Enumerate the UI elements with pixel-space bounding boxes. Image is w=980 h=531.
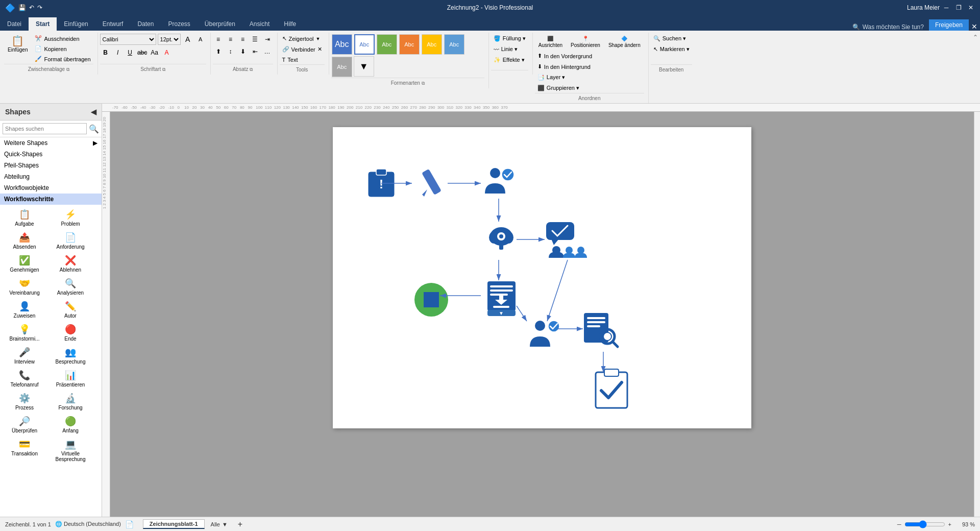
- shape-item-interview[interactable]: 🎤 Interview: [2, 345, 47, 367]
- strikethrough-button[interactable]: abc: [137, 47, 148, 58]
- shape-thumb-7[interactable]: Abc: [332, 57, 352, 77]
- tab-ansicht[interactable]: Ansicht: [242, 17, 277, 31]
- tab-daten[interactable]: Daten: [130, 17, 161, 31]
- share-button[interactable]: Freigeben: [929, 19, 969, 31]
- text-tool-button[interactable]: T Text: [280, 55, 301, 64]
- tab-datei[interactable]: Datei: [0, 17, 29, 31]
- shape-item-praesentieren[interactable]: 📊 Präsentieren: [48, 368, 93, 390]
- tab-entwurf[interactable]: Entwurf: [95, 17, 131, 31]
- shape-item-genehmigen[interactable]: ✅ Genehmigen: [2, 253, 47, 275]
- shape-pencil[interactable]: [414, 165, 450, 201]
- align-left-btn[interactable]: ≡: [213, 34, 224, 45]
- subscript-button[interactable]: Aa: [149, 47, 160, 58]
- quick-access-redo[interactable]: ↷: [37, 4, 42, 11]
- shapes-search-input[interactable]: [3, 123, 87, 134]
- ribbon-search-placeholder[interactable]: Was möchten Sie tun?: [863, 23, 924, 31]
- shape-checklist[interactable]: [592, 367, 630, 411]
- shape-item-problem[interactable]: ⚡ Problem: [48, 207, 93, 229]
- line-button[interactable]: 〰 Linie ▾: [491, 44, 520, 54]
- paste-button[interactable]: 📋 Einfügen: [4, 34, 31, 55]
- list-btn[interactable]: ☰: [250, 34, 261, 45]
- align-center-btn[interactable]: ≡: [225, 34, 236, 45]
- font-decrease-btn[interactable]: A: [195, 34, 206, 45]
- section-workflowschritte[interactable]: Workflowschritte: [0, 194, 102, 205]
- align-right-btn[interactable]: ≡: [237, 34, 249, 45]
- shape-doc-search[interactable]: [582, 311, 620, 349]
- bold-button[interactable]: B: [100, 47, 111, 58]
- font-increase-btn[interactable]: A: [182, 34, 193, 45]
- shapes-search-icon[interactable]: 🔍: [89, 124, 99, 134]
- shape-team-check[interactable]: [545, 221, 593, 259]
- quick-access-undo[interactable]: ↶: [29, 4, 34, 11]
- tab-hilfe[interactable]: Hilfe: [277, 17, 303, 31]
- shape-item-aufgabe[interactable]: 📋 Aufgabe: [2, 207, 47, 229]
- format-paint-button[interactable]: 🖌️ Format übertragen: [32, 54, 93, 64]
- section-workflowobjekte[interactable]: Workflowobjekte: [0, 182, 102, 194]
- font-family-selector[interactable]: Calibri: [100, 34, 156, 45]
- section-weitere-shapes[interactable]: Weitere Shapes ▶: [0, 137, 102, 149]
- indent-more-btn[interactable]: ⇥: [262, 34, 273, 45]
- bring-front-button[interactable]: ⬆ In den Vordergrund: [535, 51, 595, 61]
- align-top-btn[interactable]: ⬆: [213, 46, 224, 57]
- quick-access-save[interactable]: 💾: [18, 4, 26, 11]
- right-scrollbar[interactable]: [974, 112, 980, 517]
- tab-prozess[interactable]: Prozess: [161, 17, 197, 31]
- shape-thumb-5[interactable]: Abc: [422, 34, 442, 55]
- shape-item-absenden[interactable]: 📤 Absenden: [2, 230, 47, 252]
- shape-brain[interactable]: [483, 221, 519, 256]
- cut-button[interactable]: ✂️ Ausschneiden: [32, 34, 93, 43]
- drawing-canvas[interactable]: !: [333, 127, 751, 428]
- sheet-tab-1[interactable]: Zeichnungsblatt-1: [143, 519, 205, 529]
- shape-item-virtuelle-besprechung[interactable]: 💻 Virtuelle Besprechung: [48, 437, 93, 464]
- section-quick-shapes[interactable]: Quick-Shapes: [0, 149, 102, 160]
- shape-change-button[interactable]: 🔷 Shape ändern: [605, 34, 644, 50]
- shape-item-besprechung[interactable]: 👥 Besprechung: [48, 345, 93, 367]
- group-button[interactable]: ⬛ Gruppieren ▾: [535, 83, 582, 93]
- italic-button[interactable]: I: [112, 47, 124, 58]
- shape-person-check[interactable]: [480, 163, 518, 201]
- indent-less-btn[interactable]: ⇤: [250, 46, 261, 57]
- shape-clipboard[interactable]: !: [363, 165, 399, 201]
- connector-tool-button[interactable]: 🔗 Verbinder ✕: [280, 44, 325, 54]
- add-sheet-btn[interactable]: +: [234, 519, 247, 530]
- send-back-button[interactable]: ⬇ In den Hintergrund: [535, 62, 593, 71]
- search-button[interactable]: 🔍 Suchen ▾: [651, 34, 689, 43]
- shape-document[interactable]: ▼: [483, 279, 519, 318]
- zoom-slider[interactable]: [904, 520, 945, 528]
- zoom-in-btn[interactable]: +: [948, 521, 951, 527]
- shape-item-ende[interactable]: 🔴 Ende: [48, 322, 93, 344]
- tab-start[interactable]: Start: [29, 17, 57, 31]
- shape-item-forschung[interactable]: 🔬 Forschung: [48, 391, 93, 413]
- shape-person-check2[interactable]: [526, 319, 564, 352]
- pointer-tool-button[interactable]: ↖ Zeigertool ▼: [280, 34, 323, 43]
- shape-item-transaktion[interactable]: 💳 Transaktion: [2, 437, 47, 464]
- all-sheets-btn[interactable]: Alle ▼: [207, 520, 232, 528]
- canvas-container[interactable]: !: [110, 112, 974, 517]
- position-button[interactable]: 📍 Positionieren: [567, 34, 604, 50]
- layer-button[interactable]: 📑 Layer ▾: [535, 73, 568, 82]
- shapes-more-btn[interactable]: ▼: [354, 56, 374, 77]
- shape-item-vereinbarung[interactable]: 🤝 Vereinbarung: [2, 276, 47, 298]
- underline-button[interactable]: U: [125, 47, 136, 58]
- tab-ueberpruefen[interactable]: Überprüfen: [198, 17, 242, 31]
- shape-circle-green[interactable]: [412, 280, 450, 319]
- font-size-selector[interactable]: 12pt.: [158, 34, 181, 45]
- shape-item-autor[interactable]: ✏️ Autor: [48, 299, 93, 321]
- shape-item-ablehnen[interactable]: ❌ Ablehnen: [48, 253, 93, 275]
- shape-item-anforderung[interactable]: 📄 Anforderung: [48, 230, 93, 252]
- close-ribbon-icon[interactable]: ✕: [971, 22, 977, 31]
- zoom-level[interactable]: 93 %: [954, 521, 975, 527]
- shape-item-zuweisen[interactable]: 👤 Zuweisen: [2, 299, 47, 321]
- shape-thumb-6[interactable]: Abc: [444, 34, 464, 55]
- align-bottom-btn[interactable]: ⬇: [237, 46, 249, 57]
- shape-item-analysieren[interactable]: 🔍 Analysieren: [48, 276, 93, 298]
- minimize-btn[interactable]: ─: [942, 4, 950, 12]
- font-color-button[interactable]: A: [161, 47, 173, 58]
- fill-button[interactable]: 🪣 Füllung ▾: [491, 34, 528, 43]
- tab-einfuegen[interactable]: Einfügen: [57, 17, 95, 31]
- sidebar-collapse-btn[interactable]: ◀: [91, 108, 96, 116]
- copy-button[interactable]: 📄 Kopieren: [32, 44, 93, 54]
- shape-item-brainstorming[interactable]: 💡 Brainstormi...: [2, 322, 47, 344]
- close-btn[interactable]: ✕: [967, 4, 975, 12]
- shape-item-anfang[interactable]: 🟢 Anfang: [48, 414, 93, 436]
